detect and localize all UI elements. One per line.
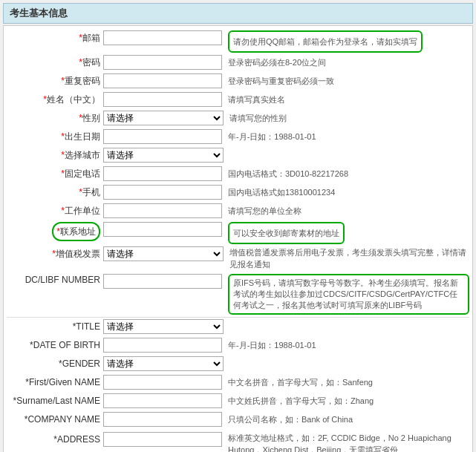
given-name-label: *First/Given NAME bbox=[7, 375, 103, 390]
title-row: *TITLE 请选择 Mr Ms Mrs bbox=[7, 319, 469, 335]
repassword-input[interactable] bbox=[103, 73, 222, 88]
gender2-label: *GENDER bbox=[7, 356, 103, 371]
dob-row: *出生日期 年-月-日如：1988-01-01 bbox=[7, 129, 469, 145]
given-name-hint: 中文名拼音，首字母大写，如：Sanfeng bbox=[228, 375, 469, 390]
home-phone-hint: 国内电话格式：3D010-82217268 bbox=[228, 166, 469, 181]
email-label: *邮箱 bbox=[7, 30, 103, 45]
repassword-row: *重复密码 登录密码与重复密码必须一致 bbox=[7, 73, 469, 90]
title-select[interactable]: 请选择 Mr Ms Mrs bbox=[103, 319, 224, 334]
address2-hint: 标准英文地址格式，如：2F, CCDIC Bidge，No 2 Huapicha… bbox=[228, 432, 469, 452]
company-hint: 请填写您的单位全称 bbox=[228, 203, 469, 218]
mobile-hint: 国内电话格式如13810001234 bbox=[228, 185, 469, 200]
dob2-row: *DATE OF BIRTH 年-月-日如：1988-01-01 bbox=[7, 338, 469, 354]
home-phone-row: *固定电话 国内电话格式：3D010-82217268 bbox=[7, 166, 469, 183]
title-label: *TITLE bbox=[7, 319, 103, 334]
dob2-label: *DATE OF BIRTH bbox=[7, 338, 103, 353]
dob2-input[interactable] bbox=[103, 338, 222, 353]
email-hint-green: 请勿使用QQ邮箱，邮箱会作为登录名，请如实填写 bbox=[228, 30, 423, 53]
tax-hint: 增值税普通发票将后用电子发票，考生须发票头填写完整，详情请见报名通知 bbox=[229, 246, 469, 270]
address-row: *联系地址 可以安全收到邮寄素材的地址 bbox=[7, 222, 469, 244]
mobile-row: *手机 国内电话格式如13810001234 bbox=[7, 185, 469, 201]
city-label: *选择城市 bbox=[7, 148, 103, 163]
company-input[interactable] bbox=[103, 203, 222, 218]
home-phone-label: *固定电话 bbox=[7, 166, 103, 181]
password-input[interactable] bbox=[103, 55, 222, 70]
company-row: *工作单位 请填写您的单位全称 bbox=[7, 203, 469, 220]
mobile-label: *手机 bbox=[7, 185, 103, 200]
name-cn-label: *姓名（中文） bbox=[7, 92, 103, 107]
gender-hint: 请填写您的性别 bbox=[229, 111, 469, 125]
mobile-input[interactable] bbox=[103, 185, 222, 200]
repassword-hint: 登录密码与重复密码必须一致 bbox=[228, 73, 469, 88]
dc-hint-green: 原IFS号码，请填写数字母号等数字。补考生必须填写。报名新考试的考生如以往参加过… bbox=[228, 274, 469, 315]
section-title: 考生基本信息 bbox=[3, 3, 473, 24]
dc-hint: 原IFS号码，请填写数字母号等数字。补考生必须填写。报名新考试的考生如以往参加过… bbox=[228, 274, 469, 315]
password-row: *密码 登录密码必须在8-20位之间 bbox=[7, 55, 469, 71]
name-cn-hint: 请填写真实姓名 bbox=[228, 92, 469, 107]
name-cn-row: *姓名（中文） 请填写真实姓名 bbox=[7, 92, 469, 108]
dob2-hint: 年-月-日如：1988-01-01 bbox=[228, 338, 469, 353]
address2-input[interactable] bbox=[103, 432, 222, 447]
dob-label: *出生日期 bbox=[7, 129, 103, 144]
form-container: *邮箱 请勿使用QQ邮箱，邮箱会作为登录名，请如实填写 *密码 登录密码必须在8… bbox=[3, 25, 473, 452]
address-label: *联系地址 bbox=[7, 222, 103, 241]
divider-1 bbox=[7, 317, 469, 318]
repassword-label: *重复密码 bbox=[7, 73, 103, 88]
tax-select[interactable]: 请选择 bbox=[103, 246, 224, 261]
page-container: 考生基本信息 *邮箱 请勿使用QQ邮箱，邮箱会作为登录名，请如实填写 *密码 登… bbox=[0, 0, 476, 452]
password-hint: 登录密码必须在8-20位之间 bbox=[228, 55, 469, 70]
given-name-input[interactable] bbox=[103, 375, 222, 390]
dob-hint: 年-月-日如：1988-01-01 bbox=[228, 129, 469, 144]
dc-input[interactable] bbox=[103, 274, 222, 289]
address-input[interactable] bbox=[103, 222, 222, 237]
password-label: *密码 bbox=[7, 55, 103, 70]
home-phone-input[interactable] bbox=[103, 166, 222, 181]
address-circle-label: *联系地址 bbox=[52, 222, 100, 241]
dc-row: DC/LIBF NUMBER 原IFS号码，请填写数字母号等数字。补考生必须填写… bbox=[7, 272, 469, 315]
gender-row: *性别 请选择 男 女 请填写您的性别 bbox=[7, 111, 469, 127]
surname-hint: 中文姓氏拼音，首字母大写，如：Zhang bbox=[228, 393, 469, 408]
dc-label: DC/LIBF NUMBER bbox=[7, 272, 103, 286]
given-name-row: *First/Given NAME 中文名拼音，首字母大写，如：Sanfeng bbox=[7, 375, 469, 391]
address-hint-green: 可以安全收到邮寄素材的地址 bbox=[228, 222, 345, 244]
city-select[interactable]: 请选择 bbox=[103, 148, 224, 163]
company-name-row: *COMPANY NAME 只填公司名称，如：Bank of China bbox=[7, 412, 469, 428]
company-name-input[interactable] bbox=[103, 412, 222, 427]
company-name-hint: 只填公司名称，如：Bank of China bbox=[228, 412, 469, 427]
email-hint: 请勿使用QQ邮箱，邮箱会作为登录名，请如实填写 bbox=[228, 30, 469, 53]
tax-label: *增值税发票 bbox=[7, 246, 103, 261]
address2-row: *ADDRESS 标准英文地址格式，如：2F, CCDIC Bidge，No 2… bbox=[7, 430, 469, 452]
gender-select[interactable]: 请选择 男 女 bbox=[103, 111, 224, 125]
email-input[interactable] bbox=[103, 30, 222, 45]
address2-label: *ADDRESS bbox=[7, 430, 103, 447]
city-row: *选择城市 请选择 bbox=[7, 148, 469, 164]
address-hint: 可以安全收到邮寄素材的地址 bbox=[228, 222, 469, 244]
tax-row: *增值税发票 请选择 增值税普通发票将后用电子发票，考生须发票头填写完整，详情请… bbox=[7, 246, 469, 270]
surname-input[interactable] bbox=[103, 393, 222, 408]
email-row: *邮箱 请勿使用QQ邮箱，邮箱会作为登录名，请如实填写 bbox=[7, 30, 469, 53]
company-label: *工作单位 bbox=[7, 203, 103, 218]
gender2-select[interactable]: 请选择 Male Female bbox=[103, 356, 224, 371]
name-cn-input[interactable] bbox=[103, 92, 222, 107]
company-name-label: *COMPANY NAME bbox=[7, 412, 103, 427]
dob-input[interactable] bbox=[103, 129, 222, 144]
surname-label: *Surname/Last NAME bbox=[7, 393, 103, 408]
gender-label: *性别 bbox=[7, 111, 103, 125]
gender2-row: *GENDER 请选择 Male Female bbox=[7, 356, 469, 373]
surname-row: *Surname/Last NAME 中文姓氏拼音，首字母大写，如：Zhang bbox=[7, 393, 469, 410]
